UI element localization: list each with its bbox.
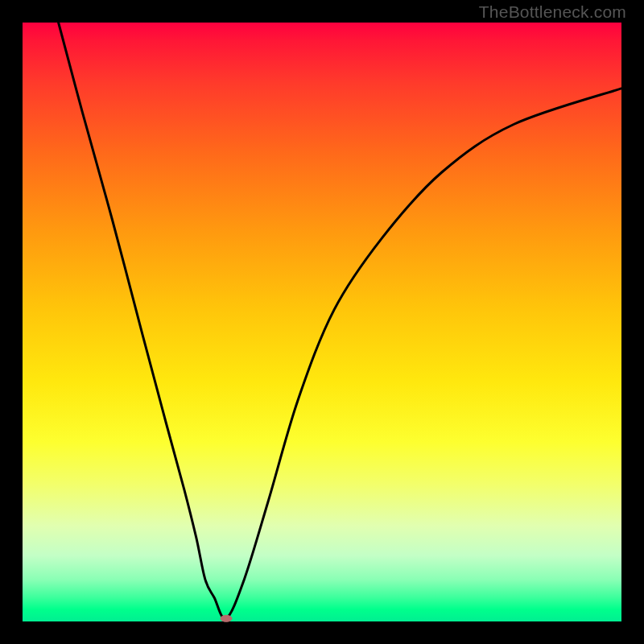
plot-area xyxy=(23,23,621,621)
chart-frame: TheBottleneck.com xyxy=(0,0,644,644)
watermark-text: TheBottleneck.com xyxy=(479,2,626,22)
minimum-marker xyxy=(221,615,232,621)
curve-svg xyxy=(23,23,621,621)
bottleneck-curve xyxy=(59,23,621,619)
